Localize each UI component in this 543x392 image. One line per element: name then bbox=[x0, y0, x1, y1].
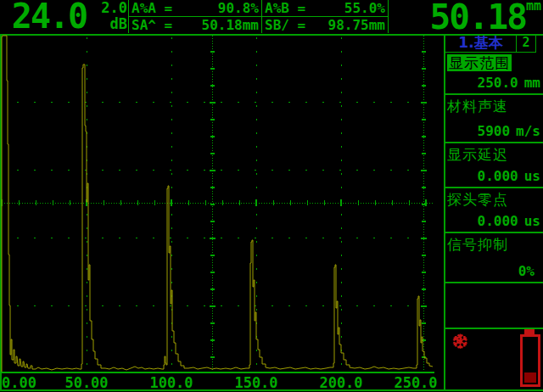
tab-page-2[interactable]: 2 bbox=[517, 34, 536, 52]
x-axis-label: 0.00 bbox=[2, 374, 36, 391]
gain-step-block: 2.0 dB bbox=[95, 0, 127, 34]
x-axis-label: 50.00 bbox=[64, 374, 108, 391]
status-cell: ❆ B bbox=[445, 329, 543, 389]
menu-item-material-velocity[interactable]: 材料声速 5900m/s bbox=[445, 95, 543, 143]
menu-item-display-delay[interactable]: 显示延迟 0.000us bbox=[445, 143, 543, 188]
readout-value: 90.8% bbox=[218, 0, 259, 16]
menu-item-value: 0.000 bbox=[478, 213, 518, 229]
measurement-readouts: A%A = 90.8% SA^ = 50.18mm A%B = 55.0% SB… bbox=[128, 0, 389, 33]
menu-item-label-selected: 显示范围 bbox=[447, 54, 512, 71]
battery-terminal bbox=[524, 329, 535, 334]
menu-item-value: 0% bbox=[518, 263, 535, 279]
menu-item-unit: us bbox=[524, 168, 540, 184]
readout-value: 55.0% bbox=[344, 0, 385, 16]
menu-tab-row: 1.基本 2 bbox=[445, 34, 536, 53]
menu-item-unit: mm bbox=[524, 75, 540, 91]
menu-item-unit: us bbox=[524, 213, 540, 229]
readout-label: A%A = bbox=[132, 0, 172, 16]
menu-cell-empty bbox=[445, 283, 543, 329]
gain-step-value: 2.0 bbox=[95, 0, 127, 16]
gain-unit-label: dB bbox=[95, 16, 127, 32]
readout-b-percent: A%B = 55.0% bbox=[262, 0, 388, 17]
readout-label: SA^ = bbox=[132, 17, 172, 33]
x-axis-label: 100.0 bbox=[149, 374, 193, 391]
readout-label: SB/ = bbox=[265, 17, 305, 33]
menu-item-value: 250.0 bbox=[478, 75, 518, 91]
readout-value: 50.18mm bbox=[202, 17, 259, 33]
readout-sb: SB/ = 98.75mm bbox=[262, 17, 388, 33]
menu-item-unit: m/s bbox=[516, 123, 540, 139]
instrument-screen: 24.0 2.0 dB A%A = 90.8% SA^ = 50.18mm A%… bbox=[0, 0, 543, 392]
tab-basic[interactable]: 1.基本 bbox=[445, 34, 517, 52]
menu-item-label: 显示延迟 bbox=[445, 143, 543, 164]
x-axis-label: 150.0 bbox=[234, 374, 277, 391]
readout-column-a: A%A = 90.8% SA^ = 50.18mm bbox=[128, 0, 261, 33]
readout-sa: SA^ = 50.18mm bbox=[129, 17, 261, 33]
battery-charge-level bbox=[524, 372, 536, 383]
menu-item-label: 探头零点 bbox=[445, 188, 543, 209]
x-axis-label: 250.0 bbox=[394, 374, 437, 391]
menu-item-label: 材料声速 bbox=[445, 95, 543, 115]
menu-sidebar: 1.基本 2 显示范围 250.0mm 材料声速 5900m/s 显示延迟 0.… bbox=[444, 34, 543, 390]
echo-trace bbox=[2, 36, 433, 372]
menu-item-value: 5900 bbox=[478, 123, 511, 139]
battery-icon bbox=[520, 334, 540, 387]
primary-measurement: 50.18 mm bbox=[389, 0, 541, 34]
menu-item-display-range[interactable]: 显示范围 250.0mm bbox=[445, 52, 543, 95]
primary-value: 50.18 bbox=[430, 0, 526, 34]
menu-item-value: 0.000 bbox=[478, 168, 518, 184]
readout-column-b: A%B = 55.0% SB/ = 98.75mm bbox=[261, 0, 389, 33]
readout-label: A%B = bbox=[265, 0, 305, 16]
freeze-gate-letter: B bbox=[456, 336, 462, 345]
menu-item-probe-zero[interactable]: 探头零点 0.000us bbox=[445, 188, 543, 233]
readout-a-percent: A%A = 90.8% bbox=[129, 0, 261, 17]
readout-value: 98.75mm bbox=[328, 17, 385, 33]
primary-unit: mm bbox=[526, 0, 541, 34]
a-scan-display: 0.0050.00100.0150.0200.0250.0 bbox=[0, 34, 438, 392]
menu-item-reject[interactable]: 信号抑制 0% bbox=[445, 233, 543, 283]
gain-value: 24.0 bbox=[3, 0, 95, 34]
x-axis-label: 200.0 bbox=[319, 374, 362, 391]
menu-item-label: 信号抑制 bbox=[445, 233, 543, 254]
freeze-snowflake-icon: ❆ B bbox=[449, 331, 471, 353]
